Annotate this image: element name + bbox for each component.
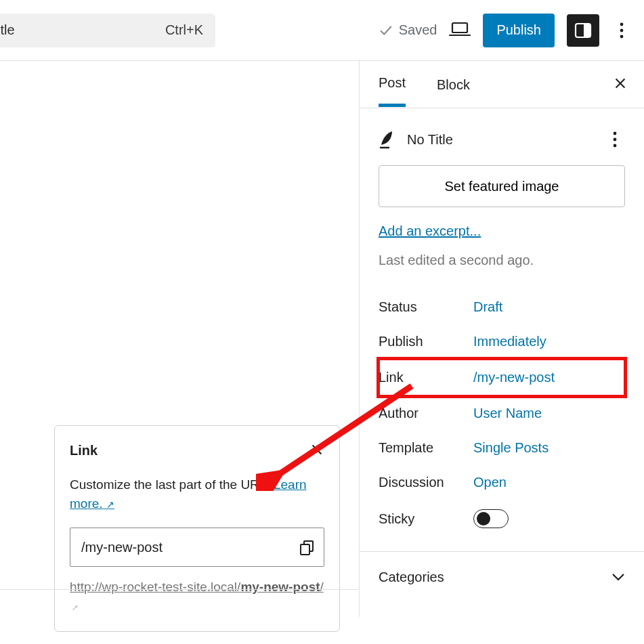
device-preview-button[interactable]	[449, 22, 471, 39]
slug-field-wrapper	[70, 528, 324, 567]
more-options-button[interactable]	[611, 17, 632, 44]
permalink-preview[interactable]: http://wp-rocket-test-site.local/my-new-…	[70, 578, 324, 616]
sticky-toggle[interactable]	[473, 509, 509, 528]
settings-panel-toggle[interactable]	[567, 14, 599, 47]
svg-rect-7	[301, 544, 309, 555]
title-command-pill[interactable]: itle Ctrl+K	[0, 14, 215, 47]
author-value[interactable]: User Name	[473, 406, 542, 421]
categories-section[interactable]: Categories	[360, 551, 644, 603]
permalink-host: http://wp-rocket-test-site.local/	[70, 580, 240, 594]
close-icon	[613, 76, 628, 91]
categories-label: Categories	[379, 570, 444, 585]
publish-label: Publish	[379, 334, 473, 349]
meta-row-link: Link /my-new-post	[379, 359, 625, 396]
post-meta-list: Status Draft Publish Immediately Link /m…	[379, 290, 625, 538]
svg-rect-0	[452, 23, 467, 33]
shortcut-hint: Ctrl+K	[165, 22, 203, 38]
editor-body: Link Customize the last part of the URL.…	[0, 61, 644, 617]
link-popover: Link Customize the last part of the URL.…	[54, 425, 340, 632]
tab-block[interactable]: Block	[437, 64, 470, 106]
kebab-icon	[620, 22, 624, 39]
copy-button[interactable]	[299, 539, 315, 555]
template-value[interactable]: Single Posts	[473, 440, 549, 456]
svg-point-8	[614, 132, 617, 135]
title-placeholder: itle	[0, 22, 15, 38]
meta-row-sticky: Sticky	[379, 500, 625, 538]
saved-label: Saved	[399, 22, 437, 38]
external-link-icon: ↗	[106, 499, 114, 510]
meta-row-publish: Publish Immediately	[379, 324, 625, 359]
external-arrow-icon: →	[66, 599, 84, 617]
popover-description: Customize the last part of the URL. Lear…	[70, 475, 324, 513]
post-title-row: No Title	[379, 119, 625, 165]
canvas-bottom-divider	[0, 589, 360, 590]
status-label: Status	[379, 299, 473, 315]
kebab-icon	[613, 131, 617, 148]
set-featured-image-button[interactable]: Set featured image	[379, 165, 625, 207]
svg-point-4	[620, 28, 624, 32]
popover-title: Link	[70, 443, 98, 458]
publish-value[interactable]: Immediately	[473, 334, 546, 349]
feather-icon	[379, 130, 395, 149]
author-label: Author	[379, 406, 473, 421]
sidebar-close-button[interactable]	[613, 76, 628, 93]
sticky-label: Sticky	[379, 511, 473, 527]
svg-point-10	[614, 144, 617, 148]
sidebar-icon	[574, 22, 592, 39]
svg-point-5	[620, 35, 624, 38]
top-toolbar: itle Ctrl+K Saved Publish	[0, 0, 644, 61]
add-excerpt-link[interactable]: Add an excerpt...	[379, 223, 481, 239]
meta-row-template: Template Single Posts	[379, 431, 625, 465]
copy-icon	[299, 539, 315, 555]
last-edited-text: Last edited a second ago.	[379, 253, 625, 268]
tab-post[interactable]: Post	[379, 62, 406, 107]
top-right-actions: Saved Publish	[379, 14, 632, 47]
chevron-down-icon	[611, 570, 625, 585]
link-label: Link	[379, 370, 473, 385]
settings-sidebar: Post Block No Title Set featured image A…	[360, 61, 644, 617]
popover-header: Link	[70, 442, 324, 459]
post-panel: No Title Set featured image Add an excer…	[360, 108, 644, 603]
post-title: No Title	[407, 132, 453, 148]
saved-indicator: Saved	[379, 22, 437, 38]
discussion-value[interactable]: Open	[473, 475, 507, 490]
editor-canvas[interactable]: Link Customize the last part of the URL.…	[0, 61, 360, 617]
popover-close-button[interactable]	[309, 442, 324, 459]
svg-point-3	[620, 22, 624, 26]
meta-row-status: Status Draft	[379, 290, 625, 324]
permalink-slug: my-new-post	[240, 580, 320, 594]
svg-point-9	[614, 138, 617, 142]
discussion-label: Discussion	[379, 475, 473, 490]
publish-button[interactable]: Publish	[483, 14, 555, 47]
slug-input[interactable]	[70, 528, 324, 567]
template-label: Template	[379, 440, 473, 456]
laptop-icon	[449, 22, 471, 37]
meta-row-author: Author User Name	[379, 396, 625, 431]
sidebar-tabs: Post Block	[360, 61, 644, 108]
popover-desc-text: Customize the last part of the URL.	[70, 477, 274, 492]
svg-rect-2	[584, 24, 591, 37]
close-icon	[309, 442, 324, 457]
meta-row-discussion: Discussion Open	[379, 465, 625, 500]
status-value[interactable]: Draft	[473, 299, 502, 315]
post-more-options[interactable]	[605, 126, 625, 153]
check-icon	[379, 23, 393, 38]
permalink-tail: /	[320, 580, 324, 594]
link-value[interactable]: /my-new-post	[473, 370, 555, 385]
